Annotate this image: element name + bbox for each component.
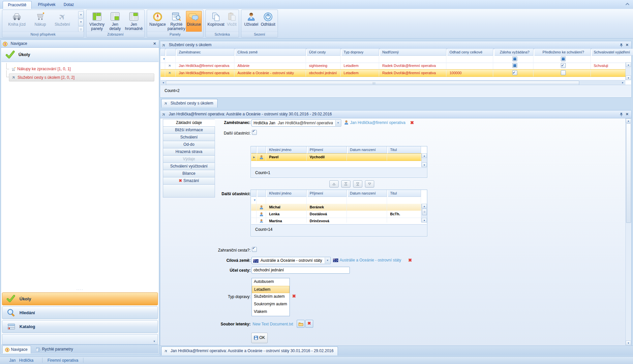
tree-item-nakupy[interactable]: Nákupy ke zpracování [1, 0, 1]: [10, 66, 71, 73]
table-row[interactable]: Lenka Dostálová BcTh.: [251, 211, 427, 218]
nav-button-hledani[interactable]: Hledání: [2, 306, 158, 319]
filter-cell[interactable]: [267, 197, 307, 204]
column-header[interactable]: Odhad ceny celkové: [447, 49, 493, 56]
cell-titul[interactable]: [388, 154, 421, 161]
cilova-zeme-combobox[interactable]: Austrálie a Oceánie - ostrovní státy ▼: [252, 257, 331, 264]
zaloha-filter-checkbox[interactable]: [512, 56, 517, 61]
column-header[interactable]: Zaměstnanec: [177, 49, 234, 56]
list-item-selected[interactable]: Letadlem: [252, 286, 289, 293]
filter-cell[interactable]: [177, 56, 234, 63]
chevron-down-icon[interactable]: ▼: [325, 258, 330, 263]
column-header[interactable]: Účel cesty: [307, 49, 341, 56]
column-header[interactable]: Datum narození: [348, 146, 387, 153]
cell-datum-narozeni[interactable]: [348, 154, 387, 161]
grid-horizontal-scrollbar[interactable]: ◄ ||| ►: [161, 80, 625, 85]
filter-cell[interactable]: [307, 56, 341, 63]
predlozeno-checkbox[interactable]: [561, 63, 566, 68]
column-header[interactable]: Titul: [388, 190, 421, 197]
filter-cell[interactable]: [380, 56, 446, 63]
chevron-down-icon[interactable]: ▼: [335, 120, 341, 126]
sluzebni-button[interactable]: ✈ Služební: [51, 11, 74, 32]
cell-nadrizeny[interactable]: Radek Dvořák@firemní operativa: [380, 70, 446, 76]
participants1-scrollbar[interactable]: ▲ ▼: [421, 153, 427, 167]
column-header[interactable]: Typ dopravy: [342, 49, 379, 56]
zamestnanec-link[interactable]: Jan Hrdlička@firemní operativa: [350, 120, 406, 125]
column-header[interactable]: Příjmení: [308, 190, 347, 197]
cell-zamestnanec[interactable]: Jan Hrdlička@firemní operativa: [177, 70, 234, 76]
move-to-bottom-button[interactable]: [353, 180, 362, 188]
kopirovat-button[interactable]: Kopírovat: [206, 11, 226, 32]
close-icon[interactable]: ✕: [625, 112, 629, 116]
scroll-left-icon[interactable]: ◄: [161, 81, 166, 84]
cell-cilova-zeme[interactable]: Austrálie a Oceánie - ostrovní státy: [235, 70, 306, 76]
dalsi-ucastnici-checkbox[interactable]: [252, 130, 257, 135]
zamestnanec-combobox[interactable]: Hrdlička Jan Jan Hrdlička@firemní operat…: [252, 119, 341, 127]
pin-icon[interactable]: [619, 43, 623, 47]
cell-krestni-jmeno[interactable]: Pavel: [267, 154, 307, 161]
column-header[interactable]: Datum narození: [348, 190, 387, 197]
zahranicni-cesta-checkbox[interactable]: [252, 247, 257, 252]
cell-typ-dopravy[interactable]: Letadlem: [342, 70, 379, 76]
cell-krestni-jmeno[interactable]: Martina: [267, 218, 307, 223]
grid-filter-row[interactable]: ▼: [251, 197, 427, 204]
cell-prijmeni[interactable]: Drinčevová: [308, 218, 347, 223]
rychle-parametry-button[interactable]: Rychlé parametry: [167, 11, 186, 32]
detail-tab-smazani[interactable]: ✖Smazání: [163, 177, 215, 185]
odhlasit-button[interactable]: Odhlásit: [259, 11, 277, 32]
filter-cell[interactable]: [257, 197, 266, 204]
detail-document-tab[interactable]: ✈ Jan Hrdlička@firemní operativa: Austrá…: [161, 347, 338, 355]
ribbon-collapse-icon[interactable]: [625, 2, 630, 6]
tree-item-sluzebni-cesty[interactable]: ✈ Služební cesty s úkolem [2, 0, 2]: [9, 74, 154, 81]
cell-nadrizeny[interactable]: Radek Dvořák@firemní operativa: [380, 62, 446, 69]
cell-ucel-cesty[interactable]: obchodní jednání: [307, 70, 341, 76]
ok-button[interactable]: OK: [251, 333, 268, 343]
scroll-up-icon[interactable]: ▲: [626, 118, 631, 123]
move-to-top-button[interactable]: [341, 180, 350, 188]
nav-button-ukoly[interactable]: Úkoly: [2, 292, 158, 305]
scrollbar-thumb[interactable]: [626, 123, 631, 223]
table-row-selected[interactable]: Michal Beránek: [251, 204, 427, 211]
cell-titul[interactable]: [388, 204, 421, 211]
column-header[interactable]: Příjmení: [308, 146, 347, 153]
clear-typ-dopravy-icon[interactable]: ✖: [292, 294, 296, 298]
cell-cilova-zeme[interactable]: Albánie: [235, 62, 306, 69]
scroll-up-icon[interactable]: ▲: [422, 153, 427, 158]
zaloha-checkbox[interactable]: [512, 63, 517, 68]
vsechny-panely-button[interactable]: Všechny panely: [88, 11, 106, 32]
filter-cell[interactable]: [342, 56, 379, 63]
nav-button-katalog[interactable]: Katalog: [2, 320, 158, 333]
navigace-button[interactable]: Navigace: [148, 11, 167, 32]
cell-ucel-cesty[interactable]: sightseeing: [307, 62, 341, 69]
gallery-down-icon[interactable]: ▼: [78, 19, 84, 26]
move-down-button[interactable]: [365, 180, 374, 188]
detail-tab-hrazena-strava[interactable]: Hrazená strava: [163, 148, 215, 156]
tab-prispevek[interactable]: Příspěvek: [33, 1, 60, 9]
filter-cell[interactable]: [388, 197, 421, 204]
predlozeno-filter-checkbox[interactable]: [561, 56, 566, 61]
diskuse-button[interactable]: Diskuse: [186, 11, 202, 32]
column-header[interactable]: Křestní jméno: [267, 146, 307, 153]
cell-odhad-ceny[interactable]: [447, 62, 493, 69]
tab-rychle-parametry[interactable]: Rychlé parametry: [34, 346, 76, 353]
tab-dotaz[interactable]: Dotaz: [59, 1, 79, 9]
filter-cell[interactable]: [447, 56, 493, 63]
filter-cell[interactable]: [348, 197, 387, 204]
scroll-down-icon[interactable]: ▼: [626, 341, 631, 345]
participants2-scrollbar[interactable]: ▲ ☰ ▼: [421, 204, 427, 223]
cell-krestni-jmeno[interactable]: Lenka: [267, 211, 307, 218]
close-icon[interactable]: ✕: [625, 43, 629, 47]
scroll-down-icon[interactable]: ▼: [626, 76, 631, 80]
cell-prijmeni[interactable]: Beránek: [308, 204, 347, 211]
filter-cell[interactable]: [308, 197, 347, 204]
cell-krestni-jmeno[interactable]: Michal: [267, 204, 307, 211]
scroll-right-icon[interactable]: ►: [620, 81, 625, 84]
filter-cell[interactable]: [235, 56, 306, 63]
table-row[interactable]: ✈ Jan Hrdlička@firemní operativa Albánie…: [161, 62, 631, 70]
detail-tab-bilance[interactable]: Bilance: [163, 170, 215, 177]
column-header[interactable]: Předloženo ke schválení?: [534, 49, 591, 56]
cell-prijmeni[interactable]: Vychodil: [308, 154, 347, 161]
soubor-letenky-link[interactable]: New Text Document.txt: [253, 322, 293, 326]
scroll-up-icon[interactable]: ▲: [422, 204, 427, 208]
ucel-cesty-input[interactable]: obchodní jednání: [252, 267, 350, 274]
move-up-button[interactable]: [329, 180, 339, 188]
